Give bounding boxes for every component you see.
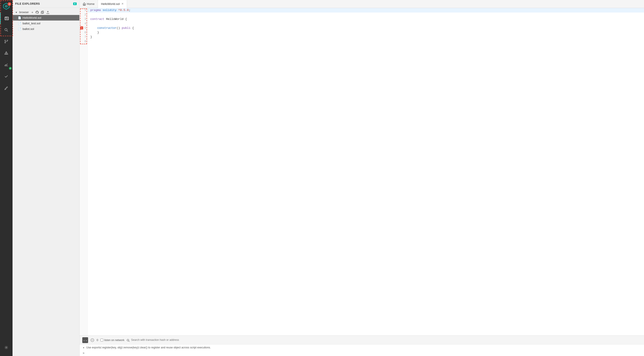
sidebar-item-settings[interactable] <box>0 342 12 353</box>
file-icon-helloworld: 📄 <box>18 16 21 19</box>
listen-on-network: listen on network <box>100 339 124 342</box>
line-6: 6 <box>80 30 88 35</box>
no-transactions-icon <box>90 338 94 342</box>
code-line-6: } <box>88 30 644 35</box>
expand-console-btn[interactable]: ⌄⌄ <box>82 337 88 343</box>
sidebar-item-search[interactable] <box>0 24 12 36</box>
line-3: 3 <box>80 17 88 21</box>
svg-text:remix: remix <box>5 5 8 7</box>
error-icon-line5: ✕ <box>80 26 83 29</box>
file-name-helloworld: HelloWorld.sol <box>22 16 41 19</box>
copy-files-icon[interactable] <box>41 11 44 14</box>
svg-point-10 <box>5 42 6 43</box>
sidebar-bottom <box>0 342 12 356</box>
file-panel-header: FILE EXPLORERS E <box>12 0 80 8</box>
analytics-badge: ✓ <box>9 67 12 70</box>
code-constructor-params: () <box>116 26 122 30</box>
file-icon-ballot: 📄 <box>18 27 21 31</box>
code-constructor-body: { <box>130 26 134 30</box>
code-contract-name: HelloWorld { <box>104 17 127 21</box>
bottom-toolbar: ⌄⌄ 0 listen on network <box>80 336 644 345</box>
search-input[interactable] <box>131 338 641 342</box>
code-indent-5 <box>90 26 97 30</box>
code-line-7-content: } <box>90 35 92 39</box>
listen-label: listen on network <box>104 339 124 342</box>
search-bar <box>126 338 641 342</box>
browser-arrow: ▼ <box>15 11 18 14</box>
file-name-ballot-test: ballot_test.sol <box>22 22 40 25</box>
sidebar-item-verify[interactable] <box>0 71 12 82</box>
code-line-6-content: } <box>90 30 99 35</box>
sidebar-item-analytics[interactable]: ✓ <box>0 59 12 71</box>
line-2: 2 <box>80 12 88 17</box>
browser-folder[interactable]: ▼ browser + <box>12 9 80 15</box>
prompt-symbol: > <box>83 351 84 355</box>
expand-icon: ⌄⌄ <box>83 339 88 342</box>
code-semicolon-1: ; <box>129 8 130 12</box>
code-version: ^0.5.0 <box>118 8 129 12</box>
sidebar-item-deploy[interactable] <box>0 47 12 59</box>
svg-point-9 <box>7 40 8 41</box>
editor-tabs: Home HelloWorld.sol ✕ <box>80 0 644 8</box>
tab-helloworld-label: HelloWorld.sol <box>101 2 120 5</box>
bottom-log: Use exports/.register(key, obj)/.remove(… <box>80 345 644 351</box>
sidebar-item-tools[interactable] <box>0 82 12 94</box>
code-contract: contract <box>90 17 104 21</box>
transaction-count: 0 <box>96 338 98 342</box>
code-constructor: constructor <box>97 26 116 30</box>
svg-rect-21 <box>84 4 85 5</box>
svg-line-17 <box>6 88 6 89</box>
code-publi: publi <box>122 26 130 30</box>
tab-helloworld[interactable]: HelloWorld.sol ✕ <box>98 0 127 8</box>
svg-line-25 <box>128 341 130 342</box>
file-item-helloworld[interactable]: 📄 HelloWorld.sol <box>12 15 80 20</box>
line-number-wrap: 1 2 3 4 ✕ 5 6 7 8 <box>80 8 88 44</box>
file-item-ballot-test[interactable]: 📄 ballot_test.sol <box>12 20 80 26</box>
search-icon-btn[interactable] <box>126 338 130 342</box>
code-line-1: pragma solidity ^0.5.0 ; <box>88 8 644 12</box>
code-pragma: pragma <box>90 8 101 12</box>
file-name-ballot: ballot.sol <box>22 27 34 31</box>
home-tab-icon <box>83 2 86 5</box>
file-explorer-panel: FILE EXPLORERS E ▼ browser + <box>12 0 80 356</box>
sidebar-item-file-explorer[interactable] <box>0 12 12 24</box>
svg-point-15 <box>6 54 6 54</box>
svg-rect-19 <box>42 11 44 13</box>
svg-line-7 <box>7 31 8 32</box>
upload-icon[interactable] <box>46 11 50 14</box>
code-line-7: } <box>88 35 644 39</box>
editor-area: Home HelloWorld.sol ✕ 1 2 3 4 ✕ 5 6 7 <box>80 0 644 356</box>
listen-checkbox-input[interactable] <box>100 339 103 342</box>
icon-sidebar: remix <box>0 0 12 356</box>
sidebar-item-git[interactable] <box>0 36 12 47</box>
code-line-3: contract HelloWorld { <box>88 17 644 21</box>
line-5: ✕ 5 <box>80 26 88 30</box>
tab-close-btn[interactable]: ✕ <box>122 2 124 5</box>
file-icon-ballot-test: 📄 <box>18 22 21 25</box>
github-icon[interactable] <box>36 11 39 14</box>
line-4: 4 <box>80 21 88 26</box>
code-line-8 <box>88 39 644 44</box>
new-file-btn[interactable]: + <box>32 10 33 14</box>
editor-content: 1 2 3 4 ✕ 5 6 7 8 pragma solidity <box>80 8 644 336</box>
remix-logo[interactable]: remix <box>0 0 12 12</box>
file-panel-badge: E <box>73 2 77 5</box>
bottom-bar: ⌄⌄ 0 listen on network <box>80 336 644 356</box>
file-panel-title: FILE EXPLORERS <box>15 2 71 5</box>
file-item-ballot[interactable]: 📄 ballot.sol <box>12 26 80 32</box>
svg-rect-20 <box>41 12 43 14</box>
console-prompt: > <box>80 351 644 356</box>
line-1: 1 <box>80 8 88 12</box>
log-message: Use exports/.register(key, obj)/.remove(… <box>86 346 211 349</box>
tab-home-label: Home <box>87 2 94 5</box>
code-editor[interactable]: pragma solidity ^0.5.0 ; contract HelloW… <box>88 8 644 336</box>
code-solidity: solidity <box>103 8 116 12</box>
svg-point-18 <box>6 347 7 348</box>
tab-home[interactable]: Home <box>80 0 98 8</box>
svg-point-8 <box>5 40 6 41</box>
sidebar-icons-container: 2 ✓ <box>0 12 12 342</box>
code-line-5: constructor () publi { <box>88 26 644 30</box>
file-tree: ▼ browser + 📄 <box>12 8 80 356</box>
line-8: 8 <box>80 39 88 44</box>
line-7: 7 <box>80 35 88 39</box>
